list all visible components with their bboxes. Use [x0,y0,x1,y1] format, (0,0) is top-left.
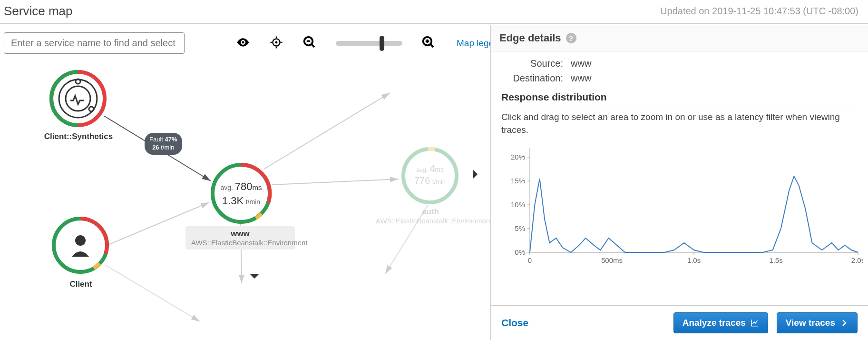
chevron-down-icon[interactable] [247,269,262,283]
svg-point-1 [275,41,278,43]
svg-text:0: 0 [528,256,532,264]
svg-point-13 [76,79,80,84]
analyze-traces-button[interactable]: Analyze traces [673,312,768,333]
node-client[interactable] [50,215,111,278]
svg-text:15%: 15% [511,177,525,185]
page-title: Service map [4,4,73,19]
svg-text:500ms: 500ms [601,256,623,264]
chevron-right-icon[interactable] [468,167,482,181]
node-www-label-box[interactable]: www AWS::ElasticBeanstalk::Environment [185,226,295,250]
fault-pill: Fault 47% 26 t/min [145,133,182,155]
chart-icon [751,319,759,327]
svg-text:0%: 0% [515,248,525,256]
svg-line-6 [272,179,399,185]
zoom-in-icon[interactable] [421,35,436,51]
dest-label: Destination: [501,73,563,84]
response-dist-chart[interactable]: 0%5%10%15%20%0500ms1.0s1.5s2.0s [501,143,858,267]
node-auth-sub: AWS::ElasticBeanstalk::Environment [376,217,485,225]
search-input[interactable] [4,32,185,54]
edge-details-title: Edge details [499,32,561,44]
svg-line-8 [264,93,390,169]
dest-value: www [571,73,858,84]
svg-point-17 [75,235,86,246]
node-auth-label: auth [376,207,485,217]
view-traces-label: View traces [786,318,835,328]
svg-point-15 [66,86,90,111]
response-dist-hint: Click and drag to select an area to zoom… [501,111,858,136]
visibility-icon[interactable] [236,35,250,51]
chevron-right-icon [840,319,848,327]
node-www[interactable]: avg. 780ms 1.3K t/min [208,160,274,228]
updated-timestamp: Updated on 2019-11-25 10:47:53 (UTC -08:… [660,6,858,17]
zoom-thumb[interactable] [380,36,384,51]
help-icon[interactable]: ? [566,33,576,43]
node-www-label: www [191,229,289,239]
source-value: www [571,58,858,69]
edge-details-panel: Edge details ? Source: www Destination: … [490,25,868,340]
svg-point-14 [89,107,94,111]
zoom-out-icon[interactable] [302,35,317,51]
zoom-slider[interactable] [336,41,402,46]
svg-text:1.0s: 1.0s [687,256,701,264]
svg-text:5%: 5% [515,224,525,232]
analyze-traces-label: Analyze traces [683,318,746,328]
node-client-synthetics[interactable] [48,68,108,131]
node-auth[interactable]: avg. 4ms 776 t/min [400,145,460,208]
svg-text:1.5s: 1.5s [769,256,782,264]
close-button[interactable]: Close [501,317,528,329]
svg-text:20%: 20% [511,153,525,161]
target-icon[interactable] [269,35,283,51]
source-label: Source: [501,58,563,69]
svg-line-10 [106,265,200,321]
svg-text:10%: 10% [511,200,525,209]
service-map-canvas[interactable]: Client::Synthetics Fault 47% 26 t/min Cl… [0,55,485,340]
node-client-label: Client [52,280,109,289]
node-www-sub: AWS::ElasticBeanstalk::Environment [191,239,289,247]
response-dist-title: Response distribution [501,91,858,103]
view-traces-button[interactable]: View traces [777,312,858,333]
svg-text:2.0s: 2.0s [851,256,863,264]
node-client-synthetics-label: Client::Synthetics [33,132,124,141]
